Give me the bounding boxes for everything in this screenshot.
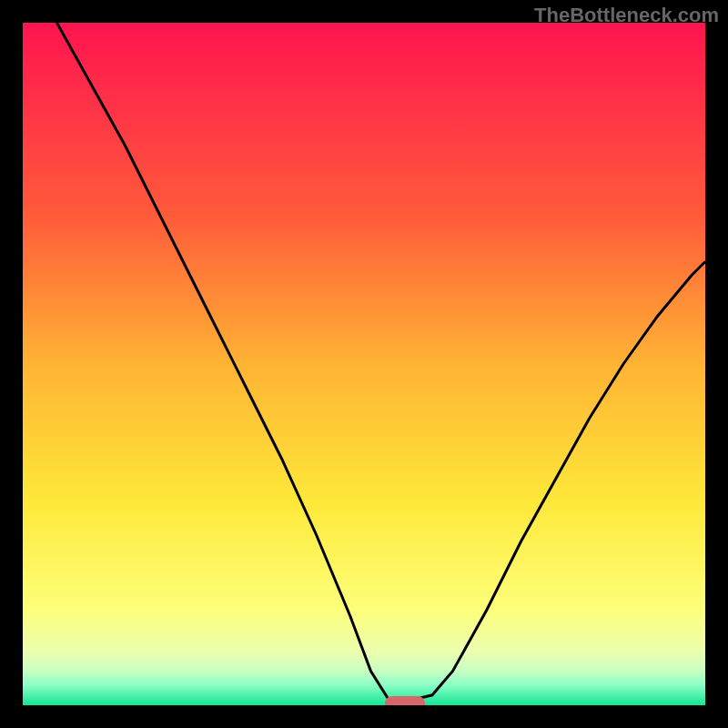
chart-plot-area bbox=[23, 23, 705, 705]
chart-background bbox=[23, 23, 705, 705]
optimal-marker bbox=[385, 696, 425, 705]
chart-svg bbox=[23, 23, 705, 705]
watermark-text: TheBottleneck.com bbox=[534, 4, 719, 27]
